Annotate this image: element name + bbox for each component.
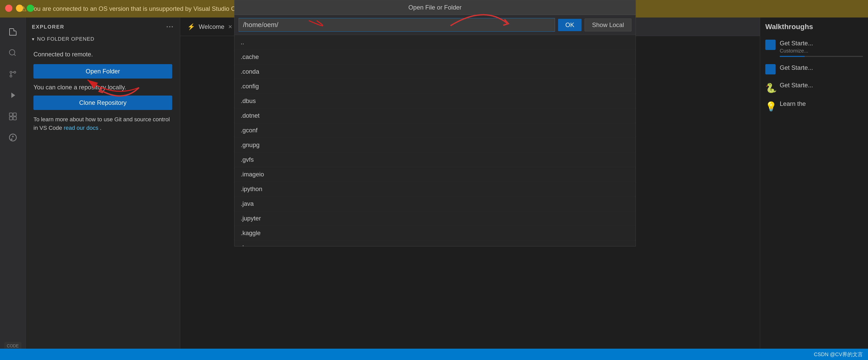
walkthrough-item-2[interactable]: Get Starte... — [765, 64, 863, 74]
list-item[interactable]: .imageio — [235, 167, 636, 182]
minimize-button[interactable] — [16, 5, 23, 12]
walkthrough-item-1-title: Get Starte... — [780, 40, 863, 47]
clone-repository-button[interactable]: Clone Repository — [33, 95, 172, 110]
status-text: CSDN @CV界的文言 — [814, 351, 863, 358]
walkthrough-item-2-text: Get Starte... — [780, 64, 863, 72]
read-docs-link[interactable]: read our docs — [64, 125, 98, 131]
list-item[interactable]: .config — [235, 79, 636, 94]
sidebar-item-extensions[interactable] — [4, 107, 22, 126]
list-item[interactable]: .. — [235, 35, 636, 50]
maximize-button[interactable] — [27, 5, 34, 12]
sidebar-item-search[interactable] — [4, 44, 22, 62]
walkthrough-item-1[interactable]: Get Starte... Customize... — [765, 40, 863, 57]
walkthroughs-title: Walkthroughs — [765, 23, 863, 33]
sidebar-item-source-control[interactable] — [4, 65, 22, 84]
svg-rect-4 — [13, 113, 16, 116]
svg-point-2 — [10, 75, 12, 77]
walkthrough-item-3-text: Get Starte... — [780, 82, 863, 90]
tab-welcome[interactable]: ⚡ Welcome ✕ — [180, 18, 240, 36]
list-item[interactable]: .gvfs — [235, 152, 636, 167]
sidebar-title: Explorer — [32, 24, 64, 30]
file-path-input[interactable] — [239, 18, 555, 32]
list-item[interactable]: .jupyter — [235, 211, 636, 226]
walkthrough-item-1-sub: Customize... — [780, 48, 863, 54]
svg-rect-3 — [9, 113, 12, 116]
connected-text: Connected to remote. — [33, 51, 172, 58]
list-item[interactable]: .keras — [235, 241, 636, 246]
svg-point-1 — [13, 71, 16, 73]
dialog-input-row: OK Show Local — [235, 15, 636, 35]
status-bar: CSDN @CV界的文言 — [0, 349, 868, 360]
walkthroughs-panel: Walkthroughs Get Starte... Customize... … — [760, 18, 868, 360]
tab-label: Welcome — [199, 23, 224, 30]
list-item[interactable]: .conda — [235, 64, 636, 79]
svg-rect-5 — [9, 117, 12, 120]
walkthrough-blue-icon-1 — [765, 40, 776, 50]
clone-text: You can clone a repository locally. — [33, 84, 172, 91]
open-folder-button[interactable]: Open Folder — [33, 64, 172, 79]
dialog-file-list: .. .cache .conda .config .dbus .dotnet .… — [235, 35, 636, 246]
warning-text: You are connected to an OS version that … — [30, 5, 248, 12]
git-info-suffix: . — [100, 125, 101, 131]
dialog-titlebar: Open File or Folder — [235, 0, 636, 15]
codegpt-line1: CODE — [7, 343, 19, 349]
sidebar-item-run-debug[interactable] — [4, 86, 22, 104]
list-item[interactable]: .dotnet — [235, 109, 636, 123]
walkthrough-item-4-text: Learn the — [780, 100, 863, 109]
close-button[interactable] — [5, 5, 12, 12]
walkthrough-progress-fill — [780, 56, 805, 57]
show-local-button[interactable]: Show Local — [585, 19, 631, 31]
sidebar: Explorer ··· ▾ NO FOLDER OPENED Connecte… — [26, 18, 180, 360]
sidebar-more-icon[interactable]: ··· — [166, 23, 174, 31]
walkthrough-blue-icon-2 — [765, 64, 776, 74]
list-item[interactable]: .gconf — [235, 123, 636, 138]
git-info-prefix: To learn more about how to use Git and s… — [33, 116, 170, 131]
open-file-dialog: Open File or Folder OK Show Local .. .ca… — [234, 0, 636, 246]
list-item[interactable]: .kaggle — [235, 226, 636, 241]
walkthrough-item-1-text: Get Starte... Customize... — [780, 40, 863, 57]
sidebar-section-title: ▾ NO FOLDER OPENED — [26, 33, 180, 44]
list-item[interactable]: .dbus — [235, 94, 636, 109]
traffic-lights — [5, 5, 34, 12]
walkthrough-item-3-title: Get Starte... — [780, 82, 863, 89]
lightbulb-icon: 💡 — [765, 101, 776, 112]
walkthrough-item-2-title: Get Starte... — [780, 64, 863, 71]
list-item[interactable]: .java — [235, 197, 636, 211]
list-item[interactable]: .gnupg — [235, 138, 636, 152]
walkthrough-progress-bar — [780, 56, 863, 57]
walkthrough-item-4-title: Learn the — [780, 100, 863, 108]
svg-point-0 — [10, 71, 12, 73]
sidebar-item-explorer[interactable] — [4, 23, 22, 41]
python-icon: 🐍 — [765, 83, 776, 93]
sidebar-header: Explorer ··· — [26, 18, 180, 33]
tab-close-button[interactable]: ✕ — [228, 24, 232, 30]
chevron-down-icon: ▾ — [32, 36, 34, 42]
svg-rect-6 — [13, 117, 16, 120]
git-info-text: To learn more about how to use Git and s… — [33, 115, 172, 132]
vscode-tab-icon: ⚡ — [187, 23, 195, 30]
sidebar-content: Connected to remote. Open Folder You can… — [26, 44, 180, 360]
walkthrough-item-4[interactable]: 💡 Learn the — [765, 100, 863, 112]
list-item[interactable]: .cache — [235, 50, 636, 64]
list-item[interactable]: .ipython — [235, 182, 636, 197]
section-label: NO FOLDER OPENED — [37, 36, 94, 42]
activity-bar: CODE GPT — [0, 18, 26, 360]
sidebar-item-remote[interactable] — [4, 128, 22, 147]
walkthrough-item-3[interactable]: 🐍 Get Starte... — [765, 82, 863, 93]
ok-button[interactable]: OK — [558, 19, 582, 31]
